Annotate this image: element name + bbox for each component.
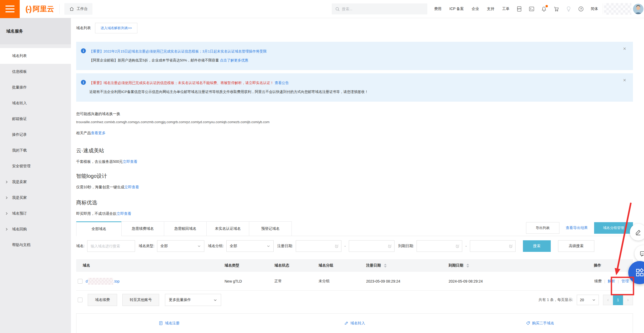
notice1-more-link[interactable]: 点击了解更多优惠 <box>220 58 248 62</box>
tab-redeem-urgent[interactable]: 急需赎回域名 <box>164 221 207 236</box>
batch-transfer-button[interactable]: 转至其他账号 <box>122 294 159 306</box>
action-separator: | <box>618 279 619 283</box>
cell-registered: 2023-05-09 08:29:24 <box>366 279 400 283</box>
col-domain: 域名 <box>83 263 90 268</box>
lightbulb-icon[interactable] <box>565 6 572 12</box>
nav-tickets[interactable]: 工单 <box>502 7 510 11</box>
notice2-warning-text: 【重要】域名注册必须使用已完成实名认证的信息模板；未实名认证域名不能续费、将被暂… <box>89 81 274 85</box>
sidebar-item-domain-transfer-in[interactable]: 域名转入 <box>0 95 71 111</box>
console-terminal-icon[interactable] <box>528 6 535 12</box>
view-now-link[interactable]: 立即查看 <box>123 159 137 164</box>
buy-secondhand-domain-link[interactable]: 购买二手域名 <box>526 321 554 326</box>
sidebar-item-info-templates[interactable]: 信息模板 <box>0 64 71 80</box>
nav-billing[interactable]: 费用 <box>434 7 442 11</box>
view-now-link[interactable]: 立即查看 <box>124 185 139 189</box>
more-batch-operations-select[interactable]: 更多批量操作 <box>165 294 221 306</box>
expire-date-end-input[interactable] <box>470 240 516 252</box>
date-range-dash: - <box>345 244 346 248</box>
sidebar-item-my-downloads[interactable]: 我的下载 <box>0 143 71 158</box>
help-icon[interactable]: ? <box>578 6 584 12</box>
sidebar-item-security-lock[interactable]: 安全锁管理 <box>0 158 71 174</box>
select-all-checkbox[interactable] <box>78 298 82 302</box>
menu-toggle-icon[interactable] <box>0 0 20 18</box>
chevron-down-icon <box>213 298 217 302</box>
close-icon[interactable]: × <box>623 46 626 51</box>
sidebar-item-buyer[interactable]: 我是买家 <box>0 190 71 206</box>
sidebar-item-batch-operations[interactable]: 批量操作 <box>0 80 71 95</box>
domain-register-link[interactable]: 域名注册 <box>159 321 180 326</box>
reg-date-start-input[interactable] <box>296 240 341 252</box>
tab-unverified[interactable]: 未实名认证域名 <box>206 221 249 236</box>
domain-search-input[interactable] <box>87 240 135 252</box>
export-list-button[interactable]: 导出列表 <box>526 222 559 234</box>
renew-action[interactable]: 续费 <box>594 279 602 284</box>
sidebar-item-seller[interactable]: 我是卖家 <box>0 174 71 190</box>
current-page[interactable]: 1 <box>613 295 623 305</box>
sidebar-item-operation-records[interactable]: 操作记录 <box>0 127 71 143</box>
aliyun-logo-mark: (-) <box>25 4 31 13</box>
advanced-search-button[interactable]: 高级搜索 <box>558 240 594 252</box>
sidebar-item-email-verification[interactable]: 邮箱验证 <box>0 111 71 127</box>
search-button[interactable]: 搜索 <box>523 240 551 252</box>
tab-all-domains[interactable]: 全部域名 <box>76 221 122 236</box>
goto-dns-list-button[interactable]: 进入域名解析列表>> <box>95 23 137 33</box>
sort-registered-icon[interactable] <box>384 264 387 268</box>
domain-type-select[interactable]: 全部 <box>157 240 204 252</box>
global-search[interactable] <box>332 3 427 14</box>
page-size-select[interactable]: 20 <box>577 295 599 305</box>
nav-enterprise[interactable]: 企业 <box>472 7 479 11</box>
notice2-announcement-link[interactable]: 查看公告 <box>275 81 289 85</box>
notice-banner-2: i 【重要】域名注册必须使用已完成实名认证的信息模板；未实名认证域名不能续费、将… <box>76 73 633 102</box>
manage-action[interactable]: 管理 <box>621 279 629 284</box>
workbench-button[interactable]: 工作台 <box>64 3 92 15</box>
view-more-link[interactable]: 查看更多 <box>91 131 106 135</box>
sort-expires-icon[interactable] <box>466 264 469 268</box>
tab-preregistered[interactable]: 预登记域名 <box>249 221 292 236</box>
sidebar-item-help-docs[interactable]: 帮助与文档 <box>0 237 71 253</box>
search-input[interactable] <box>342 7 424 11</box>
domain-transfer-in-link[interactable]: 域名转入 <box>344 321 365 326</box>
secondhand-domain-icon <box>526 321 530 325</box>
footer-quick-links: 域名注册 域名转入 购买二手域名 <box>76 313 633 333</box>
notice1-important-link[interactable]: 【重要】2022年2月15日起域名注册必须使用已完成实名认证信息模板；3月1日起… <box>89 49 267 53</box>
dns-action[interactable]: 解析 <box>608 279 615 284</box>
domain-group-manage-button[interactable]: 域名分组管理 <box>594 222 633 234</box>
interest-domains: trouvaille.comhwz.comlxb.comqjh.comqys.c… <box>76 120 633 124</box>
row-checkbox[interactable] <box>78 279 82 284</box>
pagination: 共有 1 条，每页显示: 20 ‹ 1 › <box>539 295 633 305</box>
reg-date-end-input[interactable] <box>349 240 394 252</box>
view-export-results-link[interactable]: 查看导出结果 <box>566 226 588 230</box>
filter-bar: 域名: 域名类型: 全部 域名分组: 全部 注册日期: - 到期日期: <box>76 240 633 252</box>
close-icon[interactable]: × <box>623 77 626 83</box>
language-switcher[interactable]: 简体 <box>591 7 598 11</box>
avatar[interactable] <box>633 4 643 14</box>
notifications-bell-icon[interactable] <box>541 6 547 12</box>
next-page-button[interactable]: › <box>623 295 633 305</box>
view-now-link[interactable]: 立即查看 <box>117 211 131 216</box>
notice2-text: 近期有不法企业利用ICP备案信息等公示信息向网站主办单位邮寄域名注册证书等纸质文… <box>89 90 368 94</box>
tab-renew-urgent[interactable]: 急需续费域名 <box>121 221 164 236</box>
sidebar-item-domain-buyback[interactable]: 域名回购 <box>0 221 71 237</box>
account-name-redacted[interactable] <box>604 3 631 15</box>
expire-date-label: 到期日期: <box>398 244 414 248</box>
col-registered: 注册日期 <box>366 263 381 267</box>
sidebar-item-domain-preorder[interactable]: 域名预订 <box>0 206 71 221</box>
batch-renew-button[interactable]: 域名续费 <box>88 294 117 306</box>
cart-icon[interactable] <box>553 6 559 12</box>
nav-icp[interactable]: ICP 备案 <box>449 7 464 11</box>
expire-date-start-input[interactable] <box>417 240 462 252</box>
col-group: 域名分组 <box>319 263 333 267</box>
prev-page-button[interactable]: ‹ <box>603 295 613 305</box>
app-icon[interactable]: APP <box>516 6 522 12</box>
batch-row: 域名续费 转至其他账号 更多批量操作 共有 1 条，每页显示: 20 ‹ 1 › <box>76 294 633 306</box>
domain-group-select[interactable]: 全部 <box>226 240 274 252</box>
nav-support[interactable]: 支持 <box>487 7 494 11</box>
aliyun-logo-text: 阿里云 <box>33 4 54 14</box>
info-icon: i <box>81 48 86 53</box>
workbench-label: 工作台 <box>77 7 88 11</box>
aliyun-logo[interactable]: (-) 阿里云 <box>25 4 54 14</box>
sidebar-item-domain-list[interactable]: 域名列表 <box>0 48 71 64</box>
chevron-down-icon <box>197 244 201 248</box>
domain-name-link[interactable]: d .top <box>86 278 120 285</box>
domain-transfer-icon <box>344 321 349 325</box>
